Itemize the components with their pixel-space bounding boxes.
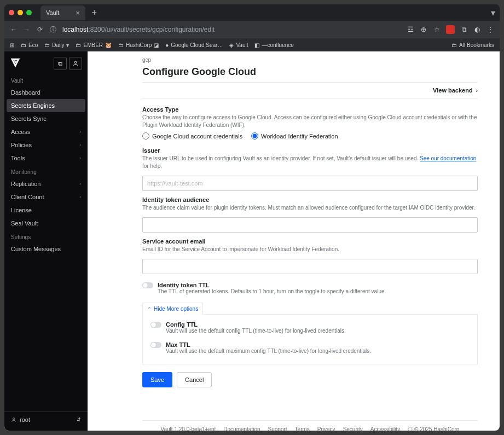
browser-address-bar: ← → ⟳ ⓘ localhost:8200/ui/vault/secrets/… <box>4 21 500 38</box>
more-options-toggle[interactable]: ⌃ Hide More options <box>142 303 203 315</box>
save-button[interactable]: Save <box>142 372 172 387</box>
footer-link[interactable]: Documentation <box>223 426 260 431</box>
app-sidebar: ⧉ VaultDashboardSecrets EnginesSecrets S… <box>4 51 88 431</box>
current-user: root <box>20 416 30 423</box>
max-ttl-toggle[interactable] <box>150 342 161 348</box>
sidebar-item[interactable]: Policies› <box>4 138 88 152</box>
footer-link[interactable]: Privacy <box>317 426 335 431</box>
audience-help: The audience claim value for plugin iden… <box>142 204 478 212</box>
sidebar-group-header: Monitoring <box>4 165 88 177</box>
issuer-doc-link[interactable]: See our documentation <box>420 155 476 161</box>
new-tab-button[interactable]: + <box>89 8 100 18</box>
reload-icon[interactable]: ⟳ <box>36 26 44 33</box>
config-ttl-help: Vault will use the default config TTL (t… <box>166 328 346 334</box>
sidebar-item-label: Seal Vault <box>11 220 38 227</box>
extensions-icon[interactable]: ⧉ <box>460 26 468 33</box>
all-bookmarks[interactable]: 🗀 All Bookmarks <box>451 42 494 48</box>
star-icon[interactable]: ☆ <box>433 26 441 33</box>
sidebar-item[interactable]: Secrets Engines <box>7 99 85 112</box>
bookmark-item[interactable]: 🗀 EMBER 🐹 <box>76 42 112 48</box>
apps-icon[interactable]: ⊞ <box>10 42 14 48</box>
breadcrumb[interactable]: gcp <box>142 57 478 63</box>
sidebar-item-label: Tools <box>11 155 25 161</box>
translate-icon[interactable]: ☲ <box>407 26 414 33</box>
minimize-window-icon[interactable] <box>18 10 23 15</box>
bookmark-item[interactable]: 🗀 Daily ▾ <box>44 42 69 48</box>
view-backend-link[interactable]: View backend <box>433 87 473 94</box>
sidebar-item[interactable]: Secrets Sync <box>4 112 88 125</box>
user-icon <box>11 417 16 422</box>
sidebar-group-header: Settings <box>4 230 88 242</box>
sa-email-input[interactable] <box>142 259 478 274</box>
close-tab-icon[interactable]: × <box>76 9 80 17</box>
svg-point-3 <box>14 62 15 63</box>
footer-link[interactable]: Support <box>268 426 287 431</box>
forward-icon[interactable]: → <box>23 26 31 33</box>
chevron-right-icon: › <box>476 88 478 94</box>
footer-link[interactable]: Accessibility <box>370 426 400 431</box>
footer-link[interactable]: Terms <box>295 426 310 431</box>
browser-tabbar: Vault × + ▾ <box>4 4 500 21</box>
footer-version: Vault 1.20.0-beta1+ent <box>161 426 216 431</box>
url-field[interactable]: localhost:8200/ui/vault/secrets/gcp/conf… <box>62 26 401 33</box>
bookmark-item[interactable]: ● Google Cloud Sear… <box>165 42 223 48</box>
audience-input[interactable] <box>142 217 478 233</box>
collapse-icon[interactable]: ⇵ <box>77 417 81 422</box>
svg-point-6 <box>74 61 77 63</box>
zoom-icon[interactable]: ⊕ <box>420 26 427 33</box>
sidebar-item[interactable]: Access› <box>4 125 88 138</box>
sidebar-item[interactable]: Replication› <box>4 177 88 190</box>
chevron-down-icon[interactable]: ▾ <box>491 8 495 18</box>
radio-gcp-credentials[interactable]: Google Cloud account credentials <box>142 132 242 140</box>
issuer-label: Issuer <box>142 147 478 154</box>
issuer-input[interactable] <box>142 176 478 191</box>
close-window-icon[interactable] <box>9 10 14 15</box>
bookmark-item[interactable]: 🗀 Eco <box>21 42 38 48</box>
sidebar-item[interactable]: Seal Vault <box>4 217 88 230</box>
bookmark-item[interactable]: 🗀 HashiCorp ◪ <box>118 42 159 48</box>
sidebar-item[interactable]: Custom Messages <box>4 242 88 256</box>
bookmark-item[interactable]: ◧ —confluence <box>254 42 293 48</box>
url-host: localhost <box>62 26 88 33</box>
config-ttl-toggle[interactable] <box>150 322 161 328</box>
browser-tab[interactable]: Vault × <box>40 5 85 20</box>
sidebar-item-label: Secrets Engines <box>11 102 55 109</box>
app-footer: Vault 1.20.0-beta1+ent Documentation Sup… <box>142 420 478 431</box>
extension-icon[interactable] <box>446 25 455 34</box>
chevron-right-icon: › <box>79 129 81 135</box>
sidebar-item[interactable]: License <box>4 204 88 217</box>
sidebar-item-label: Secrets Sync <box>11 115 47 122</box>
svg-point-2 <box>16 60 18 61</box>
sidebar-footer[interactable]: root ⇵ <box>4 411 88 427</box>
console-button[interactable]: ⧉ <box>54 57 67 70</box>
user-button[interactable] <box>69 57 82 70</box>
config-ttl-label: Config TTL <box>166 321 346 328</box>
svg-point-4 <box>15 62 16 63</box>
footer-link[interactable]: Security <box>343 426 363 431</box>
sa-email-help: Email ID for the Service Account to impe… <box>142 246 478 253</box>
sidebar-item[interactable]: Dashboard <box>4 86 88 99</box>
sidebar-item[interactable]: Tools› <box>4 152 88 165</box>
radio-wif[interactable]: Workload Identity Federation <box>251 132 338 140</box>
chevron-right-icon: › <box>79 155 81 161</box>
sidebar-item-label: License <box>11 207 32 213</box>
issuer-help: The issuer URL to be used in configuring… <box>142 155 478 170</box>
back-icon[interactable]: ← <box>10 26 18 33</box>
identity-token-ttl-toggle[interactable] <box>142 282 153 288</box>
audience-label: Identity token audience <box>142 196 478 203</box>
cancel-button[interactable]: Cancel <box>177 372 212 387</box>
sidebar-item-label: Client Count <box>11 194 44 200</box>
svg-point-0 <box>14 60 15 61</box>
profile-icon[interactable]: ◐ <box>473 26 481 33</box>
maximize-window-icon[interactable] <box>26 10 32 15</box>
svg-point-1 <box>15 60 16 61</box>
bookmark-item[interactable]: ◈ Vault <box>229 42 248 48</box>
footer-copyright: ⎔ © 2025 HashiCorp <box>408 426 459 431</box>
site-info-icon[interactable]: ⓘ <box>49 25 57 34</box>
sidebar-item[interactable]: Client Count› <box>4 190 88 204</box>
sidebar-item-label: Access <box>11 129 30 135</box>
bookmarks-bar: ⊞ 🗀 Eco 🗀 Daily ▾ 🗀 EMBER 🐹 🗀 HashiCorp … <box>4 38 500 51</box>
vault-logo-icon[interactable] <box>10 57 21 69</box>
url-path: :8200/ui/vault/secrets/gcp/configuration… <box>88 26 215 33</box>
menu-icon[interactable]: ⋮ <box>486 26 494 33</box>
